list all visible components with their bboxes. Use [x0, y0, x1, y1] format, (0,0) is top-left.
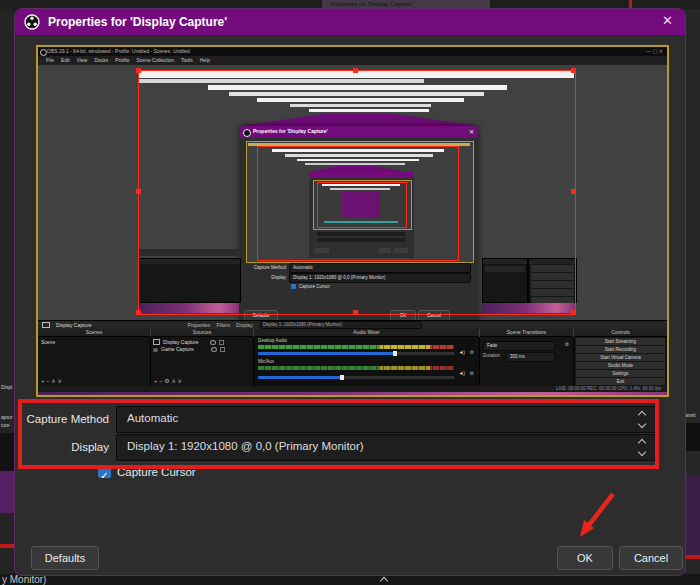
selection-handle-bc[interactable] — [353, 310, 358, 315]
scene-item[interactable]: Scene — [41, 340, 55, 345]
bg-frag-3: ture — [1, 423, 10, 428]
nested-bar-3 — [297, 159, 419, 161]
nested-close-icon: ✕ — [469, 129, 474, 135]
mixer-ch1-speaker-icon[interactable]: ◄) — [458, 350, 465, 355]
selection-handle-br[interactable] — [571, 310, 576, 315]
level3-bar-1 — [322, 184, 400, 186]
level3-preview — [313, 180, 412, 230]
mixer-title: Audio Mixer — [353, 329, 379, 335]
menu-file: File — [46, 58, 54, 63]
mixer-ch1-volume-slider[interactable] — [258, 352, 454, 355]
selection-handle-tr[interactable] — [571, 68, 576, 73]
app-icon-dark — [353, 396, 360, 397]
background-right-edge: ansit — [684, 9, 700, 575]
selection-handle-tc[interactable] — [353, 68, 358, 73]
settings-button[interactable]: Settings — [576, 370, 665, 377]
nested-dialog-title: Properties for 'Display Capture' — [253, 129, 328, 134]
duration-label: Duration — [483, 354, 500, 359]
scenes-toolbar[interactable]: + − ∧ ∨ — [41, 378, 62, 384]
recursion-bar-6 — [290, 104, 431, 107]
eye-icon[interactable] — [210, 340, 216, 345]
menu-docks: Docks — [94, 58, 108, 63]
nested-bar-2 — [285, 154, 433, 157]
tray-area — [625, 396, 661, 397]
level3-cyan-meter — [324, 221, 398, 223]
source-toolbar-properties: Properties — [188, 323, 211, 328]
bg-frag-2: aptur — [1, 415, 12, 420]
mixer-ch2-name: Mic/Aux — [258, 360, 274, 365]
start-streaming-button[interactable]: Start Streaming — [576, 338, 665, 345]
l2-right-panel-controls — [528, 258, 577, 303]
duration-spinner[interactable]: 300 ms — [506, 352, 555, 362]
defaults-button[interactable]: Defaults — [31, 546, 99, 570]
source-row-display-capture[interactable]: Display Capture — [153, 339, 224, 345]
mixer-ch2-speaker-icon[interactable]: ◄) — [458, 371, 465, 376]
source-row-game-capture[interactable]: Game Capture — [153, 347, 225, 352]
nested-capture-method-field: Automatic — [289, 263, 471, 273]
l2-right-taskbar — [482, 303, 575, 313]
display-dropdown[interactable]: Display 1: 1920x1080 @ 0,0 (Primary Moni… — [116, 434, 656, 461]
exit-button[interactable]: Exit — [576, 378, 665, 385]
selection-handle-ml[interactable] — [136, 189, 141, 194]
level3-field-strip-1 — [317, 232, 405, 236]
capture-method-dropdown[interactable]: Automatic — [116, 406, 656, 433]
recursion-bar-5 — [257, 98, 464, 102]
dock-header-controls: Controls — [574, 329, 667, 337]
start-streaming-label: Start Streaming — [605, 339, 636, 344]
transitions-title: Scene Transitions — [507, 329, 547, 335]
dialog-title: Properties for 'Display Capture' — [48, 15, 227, 29]
selection-handle-mr[interactable] — [571, 189, 576, 194]
source-toolbar-display-value: Display 1: 1920x1080 (Primary Monitor) — [263, 323, 342, 328]
display-spinner-icon[interactable] — [635, 435, 649, 460]
mixer-ch1-gear-icon[interactable]: ⚙ — [470, 350, 474, 355]
ok-button[interactable]: OK — [557, 546, 613, 570]
level3-field-strip-2 — [317, 238, 405, 242]
nested-display-label: Display — [244, 276, 286, 281]
controls-dock: Start Streaming Start Recording Start Vi… — [574, 337, 667, 386]
lock-icon[interactable] — [220, 347, 225, 352]
capture-method-spinner-icon[interactable] — [635, 407, 649, 432]
nested-bar-4 — [305, 163, 405, 165]
recursion-purple-wedge — [240, 114, 478, 126]
recursion-bar-3 — [208, 85, 507, 90]
obs-taskbar-icon — [342, 396, 349, 397]
nested-ok-label: OK — [400, 313, 407, 318]
close-icon[interactable]: ✕ — [662, 13, 673, 28]
monitor-icon — [153, 339, 160, 345]
menu-edit: Edit — [61, 58, 70, 63]
mixer-ch2-gear-icon[interactable]: ⚙ — [470, 371, 474, 376]
controls-title: Controls — [611, 329, 630, 335]
transition-select[interactable]: Fade — [483, 341, 555, 351]
lock-icon[interactable] — [219, 340, 224, 345]
captured-window-buttons: — ▢ ✕ — [646, 49, 663, 54]
mixer-ch2-volume-slider[interactable] — [258, 376, 454, 379]
capture-cursor-label[interactable]: Capture Cursor — [117, 466, 196, 478]
bg-right-dark-panel — [684, 423, 700, 451]
windows-start-icon — [298, 396, 305, 397]
start-virtual-camera-button[interactable]: Start Virtual Camera — [576, 354, 665, 361]
exit-label: Exit — [617, 379, 625, 384]
eye-icon[interactable] — [211, 347, 217, 352]
search-icon — [309, 396, 316, 397]
audio-mixer-dock: Desktop Audio ◄) ⚙ Mic/Aux ◄) ⚙ — [254, 337, 480, 386]
captured-obs-title: OBS 29.1 - 64-bit, windowed - Profile: U… — [47, 49, 190, 54]
start-recording-button[interactable]: Start Recording — [576, 346, 665, 353]
studio-mode-label: Studio Mode — [608, 363, 633, 368]
capture-cursor-checkbox[interactable]: ✓ — [98, 465, 111, 478]
nested-display-value: Display 1: 1920x1080 @ 0,0 (Primary Moni… — [293, 276, 386, 281]
dock-header-sources: Sources — [151, 329, 253, 337]
dialog-titlebar[interactable]: Properties for 'Display Capture' ✕ — [15, 9, 685, 35]
cancel-label: Cancel — [634, 552, 668, 564]
selection-handle-tl[interactable] — [136, 68, 141, 73]
sources-toolbar[interactable]: + − ⚙ ∧ ∨ — [154, 378, 182, 384]
display-label: Display — [21, 441, 109, 453]
transition-gear-icon[interactable]: ⚙ — [565, 342, 569, 347]
studio-mode-button[interactable]: Studio Mode — [576, 362, 665, 369]
cancel-button[interactable]: Cancel — [619, 546, 683, 570]
bg-right-purple — [684, 475, 700, 555]
nested-defaults-label: Defaults — [253, 313, 270, 318]
level3-bar-2 — [330, 188, 390, 190]
nested-bar-1 — [272, 149, 444, 152]
selection-handle-bl[interactable] — [136, 310, 141, 315]
l2-left-panel — [139, 258, 241, 303]
